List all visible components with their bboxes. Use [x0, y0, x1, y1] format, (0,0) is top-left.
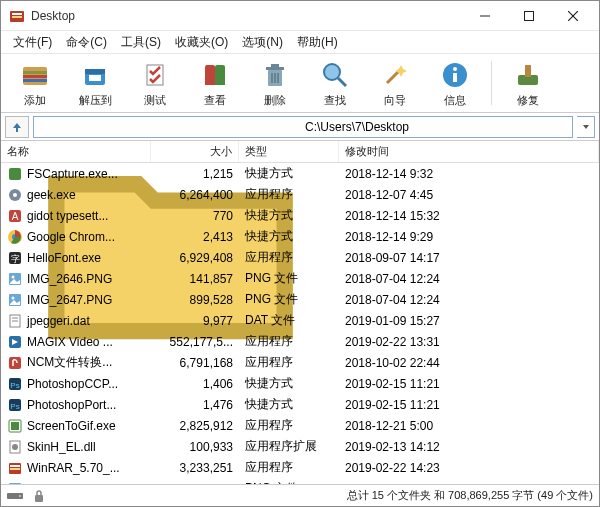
file-date: 2019-02-15 11:21	[339, 377, 599, 391]
file-row[interactable]: Agidot typesett...770快捷方式2018-12-14 15:3…	[1, 205, 599, 226]
status-drive-icon	[7, 490, 25, 502]
close-button[interactable]	[551, 2, 595, 30]
svg-point-41	[12, 296, 15, 299]
file-icon	[7, 292, 23, 308]
file-row[interactable]: geek.exe6,264,400应用程序2018-12-07 4:45	[1, 184, 599, 205]
header-date[interactable]: 修改时间	[339, 141, 599, 162]
file-icon	[7, 418, 23, 434]
svg-point-31	[13, 193, 17, 197]
find-icon	[319, 59, 351, 91]
file-name: IMG_2646.PNG	[27, 272, 112, 286]
file-size: 9,977	[151, 314, 239, 328]
file-size: 3,233,251	[151, 461, 239, 475]
address-input[interactable]: C:\Users\7\Desktop	[33, 116, 573, 138]
file-date: 2018-09-07 14:17	[339, 251, 599, 265]
wizard-label: 向导	[384, 93, 406, 108]
file-date: 2018-10-02 22:44	[339, 356, 599, 370]
file-size: 6,264,400	[151, 188, 239, 202]
file-date: 2018-12-14 15:32	[339, 209, 599, 223]
menu-tools[interactable]: 工具(S)	[115, 32, 167, 53]
up-button[interactable]	[5, 116, 29, 138]
file-date: 2019-02-22 14:23	[339, 461, 599, 475]
header-name[interactable]: 名称	[1, 141, 151, 162]
file-row[interactable]: NCM文件转换...6,791,168应用程序2018-10-02 22:44	[1, 352, 599, 373]
file-name: jpeggeri.dat	[27, 314, 90, 328]
svg-rect-57	[10, 468, 20, 470]
file-type: 快捷方式	[239, 228, 339, 245]
find-label: 查找	[324, 93, 346, 108]
delete-label: 删除	[264, 93, 286, 108]
file-row[interactable]: SkinH_EL.dll100,933应用程序扩展2019-02-13 14:1…	[1, 436, 599, 457]
file-icon	[7, 313, 23, 329]
file-type: PNG 文件	[239, 291, 339, 308]
file-name: MAGIX Video ...	[27, 335, 113, 349]
file-icon	[7, 355, 23, 371]
file-size: 1,406	[151, 377, 239, 391]
file-type: 快捷方式	[239, 375, 339, 392]
file-row[interactable]: IMG_2646.PNG141,857PNG 文件2018-07-04 12:2…	[1, 268, 599, 289]
view-button[interactable]: 查看	[187, 56, 243, 110]
info-button[interactable]: 信息	[427, 56, 483, 110]
file-row[interactable]: IMG_2647.PNG899,528PNG 文件2018-07-04 12:2…	[1, 289, 599, 310]
svg-rect-8	[23, 71, 47, 74]
test-label: 测试	[144, 93, 166, 108]
file-size: 1,476	[151, 398, 239, 412]
svg-rect-52	[11, 422, 19, 430]
maximize-button[interactable]	[507, 2, 551, 30]
svg-rect-56	[10, 465, 20, 467]
svg-rect-12	[85, 69, 105, 74]
extract-button[interactable]: 解压到	[67, 56, 123, 110]
file-list[interactable]: FSCapture.exe...1,215快捷方式2018-12-14 9:32…	[1, 163, 599, 484]
menu-commands[interactable]: 命令(C)	[60, 32, 113, 53]
minimize-button[interactable]	[463, 2, 507, 30]
status-lock-icon	[33, 489, 45, 503]
file-row[interactable]: 字HelloFont.exe6,929,408应用程序2018-09-07 14…	[1, 247, 599, 268]
file-name: Google Chrom...	[27, 230, 115, 244]
file-type: 应用程序	[239, 417, 339, 434]
file-type: PNG 文件	[239, 270, 339, 287]
file-row[interactable]: PsPhotoshopCCP...1,406快捷方式2019-02-15 11:…	[1, 373, 599, 394]
repair-icon	[512, 59, 544, 91]
file-date: 2019-02-22 13:31	[339, 335, 599, 349]
find-button[interactable]: 查找	[307, 56, 363, 110]
file-row[interactable]: FSCapture.exe...1,215快捷方式2018-12-14 9:32	[1, 163, 599, 184]
file-row[interactable]: WinRAR_5.70_...3,233,251应用程序2019-02-22 1…	[1, 457, 599, 478]
file-size: 6,791,168	[151, 356, 239, 370]
wizard-button[interactable]: 向导	[367, 56, 423, 110]
folder-icon	[40, 119, 301, 135]
file-name: PhotoshopCCP...	[27, 377, 118, 391]
file-icon: Ps	[7, 397, 23, 413]
file-row[interactable]: MAGIX Video ...552,177,5...应用程序2019-02-2…	[1, 331, 599, 352]
window-title: Desktop	[31, 9, 463, 23]
file-row[interactable]: Google Chrom...2,413快捷方式2018-12-14 9:29	[1, 226, 599, 247]
view-icon	[199, 59, 231, 91]
header-size[interactable]: 大小	[151, 141, 239, 162]
svg-line-22	[338, 78, 346, 86]
svg-point-26	[453, 67, 457, 71]
menu-help[interactable]: 帮助(H)	[291, 32, 344, 53]
file-date: 2018-12-14 9:32	[339, 167, 599, 181]
add-button[interactable]: 添加	[7, 56, 63, 110]
menu-options[interactable]: 选项(N)	[236, 32, 289, 53]
menu-favorites[interactable]: 收藏夹(O)	[169, 32, 234, 53]
file-icon: Ps	[7, 376, 23, 392]
toolbar-separator	[491, 61, 492, 105]
file-date: 2018-12-07 4:45	[339, 188, 599, 202]
svg-rect-4	[525, 11, 534, 20]
svg-rect-1	[12, 13, 22, 15]
file-row[interactable]: jpeggeri.dat9,977DAT 文件2019-01-09 15:27	[1, 310, 599, 331]
file-icon: 字	[7, 250, 23, 266]
file-row[interactable]: ScreenToGif.exe2,825,912应用程序2018-12-21 5…	[1, 415, 599, 436]
file-name: gidot typesett...	[27, 209, 108, 223]
address-dropdown[interactable]	[577, 116, 595, 138]
repair-button[interactable]: 修复	[500, 56, 556, 110]
test-button[interactable]: 测试	[127, 56, 183, 110]
file-row[interactable]: PsPhotoshopPort...1,476快捷方式2019-02-15 11…	[1, 394, 599, 415]
delete-button[interactable]: 删除	[247, 56, 303, 110]
extract-icon	[79, 59, 111, 91]
file-size: 552,177,5...	[151, 335, 239, 349]
repair-label: 修复	[517, 93, 539, 108]
svg-text:字: 字	[11, 254, 20, 264]
header-type[interactable]: 类型	[239, 141, 339, 162]
menu-file[interactable]: 文件(F)	[7, 32, 58, 53]
